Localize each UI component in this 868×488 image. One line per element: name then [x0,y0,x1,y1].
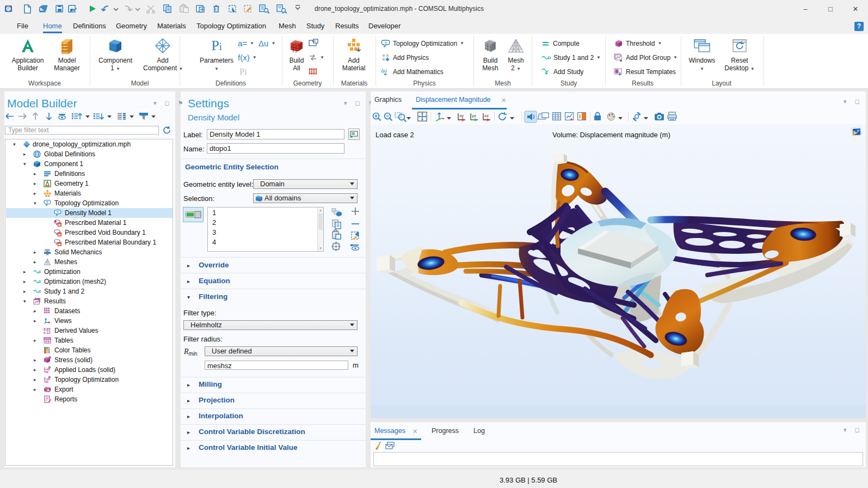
svg-text:?: ? [384,40,387,45]
svg-text:xz: xz [484,113,489,118]
svg-text:yz: yz [472,113,476,118]
svg-text:e-12: e-12 [44,331,51,334]
svg-text:xy: xy [459,113,464,118]
svg-text:Δu: Δu [381,68,387,74]
